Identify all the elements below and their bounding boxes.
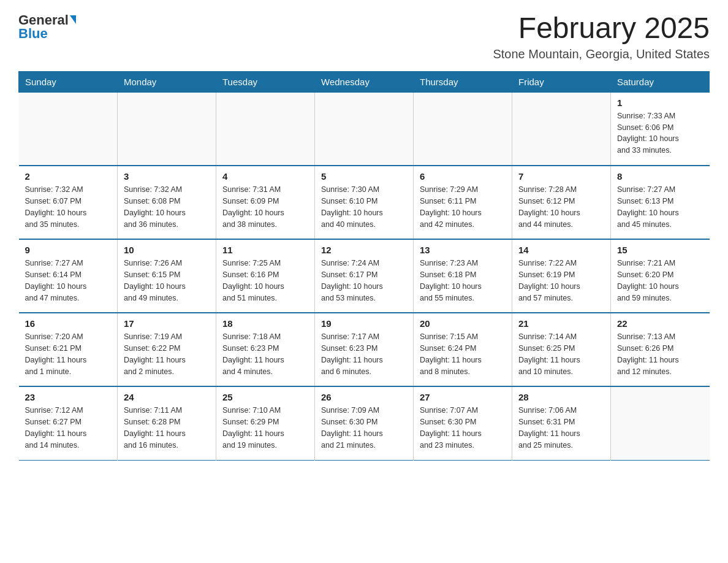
table-row bbox=[611, 386, 710, 460]
table-row: 14Sunrise: 7:22 AMSunset: 6:19 PMDayligh… bbox=[512, 239, 611, 313]
day-number: 27 bbox=[420, 392, 506, 402]
day-number: 13 bbox=[420, 245, 506, 255]
day-number: 7 bbox=[518, 171, 604, 182]
day-info: Sunrise: 7:26 AMSunset: 6:15 PMDaylight:… bbox=[124, 258, 210, 304]
table-row: 15Sunrise: 7:21 AMSunset: 6:20 PMDayligh… bbox=[611, 239, 710, 313]
col-friday: Friday bbox=[512, 71, 611, 92]
col-monday: Monday bbox=[118, 71, 216, 92]
table-row: 12Sunrise: 7:24 AMSunset: 6:17 PMDayligh… bbox=[315, 239, 414, 313]
table-row: 26Sunrise: 7:09 AMSunset: 6:30 PMDayligh… bbox=[315, 386, 414, 460]
day-number: 4 bbox=[222, 171, 308, 182]
table-row: 8Sunrise: 7:27 AMSunset: 6:13 PMDaylight… bbox=[611, 166, 710, 239]
day-number: 6 bbox=[420, 171, 506, 182]
month-year-title: February 2025 bbox=[493, 12, 710, 45]
table-row: 9Sunrise: 7:27 AMSunset: 6:14 PMDaylight… bbox=[19, 239, 118, 313]
table-row bbox=[216, 92, 315, 166]
day-info: Sunrise: 7:33 AMSunset: 6:06 PMDaylight:… bbox=[617, 110, 703, 156]
calendar-header-row: Sunday Monday Tuesday Wednesday Thursday… bbox=[19, 71, 710, 92]
day-number: 17 bbox=[124, 318, 210, 329]
day-number: 18 bbox=[222, 318, 308, 329]
table-row: 21Sunrise: 7:14 AMSunset: 6:25 PMDayligh… bbox=[512, 313, 611, 386]
col-tuesday: Tuesday bbox=[216, 71, 315, 92]
table-row: 10Sunrise: 7:26 AMSunset: 6:15 PMDayligh… bbox=[118, 239, 216, 313]
logo-blue-text: Blue bbox=[18, 26, 48, 42]
title-block: February 2025 Stone Mountain, Georgia, U… bbox=[493, 12, 710, 61]
day-number: 12 bbox=[321, 245, 407, 255]
day-info: Sunrise: 7:06 AMSunset: 6:31 PMDaylight:… bbox=[518, 405, 604, 451]
table-row: 16Sunrise: 7:20 AMSunset: 6:21 PMDayligh… bbox=[19, 313, 118, 386]
day-info: Sunrise: 7:20 AMSunset: 6:21 PMDaylight:… bbox=[25, 331, 112, 377]
day-number: 25 bbox=[222, 392, 308, 402]
table-row: 1Sunrise: 7:33 AMSunset: 6:06 PMDaylight… bbox=[611, 92, 710, 166]
day-number: 23 bbox=[25, 392, 112, 402]
calendar-week-row: 23Sunrise: 7:12 AMSunset: 6:27 PMDayligh… bbox=[19, 386, 710, 460]
table-row: 18Sunrise: 7:18 AMSunset: 6:23 PMDayligh… bbox=[216, 313, 315, 386]
table-row bbox=[315, 92, 414, 166]
day-number: 10 bbox=[124, 245, 210, 255]
day-number: 21 bbox=[518, 318, 604, 329]
calendar-week-row: 16Sunrise: 7:20 AMSunset: 6:21 PMDayligh… bbox=[19, 313, 710, 386]
day-info: Sunrise: 7:10 AMSunset: 6:29 PMDaylight:… bbox=[222, 405, 308, 451]
day-info: Sunrise: 7:15 AMSunset: 6:24 PMDaylight:… bbox=[420, 331, 506, 377]
day-info: Sunrise: 7:24 AMSunset: 6:17 PMDaylight:… bbox=[321, 258, 407, 304]
day-number: 22 bbox=[617, 318, 703, 329]
day-info: Sunrise: 7:12 AMSunset: 6:27 PMDaylight:… bbox=[25, 405, 112, 451]
table-row: 27Sunrise: 7:07 AMSunset: 6:30 PMDayligh… bbox=[414, 386, 512, 460]
table-row: 19Sunrise: 7:17 AMSunset: 6:23 PMDayligh… bbox=[315, 313, 414, 386]
day-info: Sunrise: 7:31 AMSunset: 6:09 PMDaylight:… bbox=[222, 184, 308, 230]
table-row: 5Sunrise: 7:30 AMSunset: 6:10 PMDaylight… bbox=[315, 166, 414, 239]
day-info: Sunrise: 7:28 AMSunset: 6:12 PMDaylight:… bbox=[518, 184, 604, 230]
col-wednesday: Wednesday bbox=[315, 71, 414, 92]
table-row: 25Sunrise: 7:10 AMSunset: 6:29 PMDayligh… bbox=[216, 386, 315, 460]
table-row: 13Sunrise: 7:23 AMSunset: 6:18 PMDayligh… bbox=[414, 239, 512, 313]
day-number: 26 bbox=[321, 392, 407, 402]
table-row: 4Sunrise: 7:31 AMSunset: 6:09 PMDaylight… bbox=[216, 166, 315, 239]
day-number: 1 bbox=[617, 98, 703, 108]
day-number: 9 bbox=[25, 245, 112, 255]
day-info: Sunrise: 7:14 AMSunset: 6:25 PMDaylight:… bbox=[518, 331, 604, 377]
table-row bbox=[19, 92, 118, 166]
calendar-week-row: 9Sunrise: 7:27 AMSunset: 6:14 PMDaylight… bbox=[19, 239, 710, 313]
table-row: 11Sunrise: 7:25 AMSunset: 6:16 PMDayligh… bbox=[216, 239, 315, 313]
day-number: 3 bbox=[124, 171, 210, 182]
day-info: Sunrise: 7:17 AMSunset: 6:23 PMDaylight:… bbox=[321, 331, 407, 377]
location-subtitle: Stone Mountain, Georgia, United States bbox=[493, 47, 710, 61]
page-header: General Blue February 2025 Stone Mountai… bbox=[18, 12, 710, 61]
col-sunday: Sunday bbox=[19, 71, 118, 92]
day-info: Sunrise: 7:23 AMSunset: 6:18 PMDaylight:… bbox=[420, 258, 506, 304]
table-row: 28Sunrise: 7:06 AMSunset: 6:31 PMDayligh… bbox=[512, 386, 611, 460]
day-info: Sunrise: 7:18 AMSunset: 6:23 PMDaylight:… bbox=[222, 331, 308, 377]
day-number: 8 bbox=[617, 171, 703, 182]
day-info: Sunrise: 7:27 AMSunset: 6:14 PMDaylight:… bbox=[25, 258, 112, 304]
table-row: 6Sunrise: 7:29 AMSunset: 6:11 PMDaylight… bbox=[414, 166, 512, 239]
day-info: Sunrise: 7:32 AMSunset: 6:07 PMDaylight:… bbox=[25, 184, 112, 230]
day-number: 2 bbox=[25, 171, 112, 182]
calendar-week-row: 1Sunrise: 7:33 AMSunset: 6:06 PMDaylight… bbox=[19, 92, 710, 166]
day-info: Sunrise: 7:22 AMSunset: 6:19 PMDaylight:… bbox=[518, 258, 604, 304]
day-info: Sunrise: 7:07 AMSunset: 6:30 PMDaylight:… bbox=[420, 405, 506, 451]
logo: General Blue bbox=[18, 12, 76, 42]
day-number: 15 bbox=[617, 245, 703, 255]
table-row: 3Sunrise: 7:32 AMSunset: 6:08 PMDaylight… bbox=[118, 166, 216, 239]
day-number: 24 bbox=[124, 392, 210, 402]
col-thursday: Thursday bbox=[414, 71, 512, 92]
day-info: Sunrise: 7:11 AMSunset: 6:28 PMDaylight:… bbox=[124, 405, 210, 451]
table-row: 7Sunrise: 7:28 AMSunset: 6:12 PMDaylight… bbox=[512, 166, 611, 239]
logo-arrow-icon bbox=[70, 15, 76, 24]
col-saturday: Saturday bbox=[611, 71, 710, 92]
day-number: 14 bbox=[518, 245, 604, 255]
day-info: Sunrise: 7:19 AMSunset: 6:22 PMDaylight:… bbox=[124, 331, 210, 377]
day-info: Sunrise: 7:25 AMSunset: 6:16 PMDaylight:… bbox=[222, 258, 308, 304]
calendar-week-row: 2Sunrise: 7:32 AMSunset: 6:07 PMDaylight… bbox=[19, 166, 710, 239]
day-info: Sunrise: 7:13 AMSunset: 6:26 PMDaylight:… bbox=[617, 331, 703, 377]
day-info: Sunrise: 7:32 AMSunset: 6:08 PMDaylight:… bbox=[124, 184, 210, 230]
table-row: 24Sunrise: 7:11 AMSunset: 6:28 PMDayligh… bbox=[118, 386, 216, 460]
table-row bbox=[414, 92, 512, 166]
day-number: 11 bbox=[222, 245, 308, 255]
day-number: 16 bbox=[25, 318, 112, 329]
calendar-table: Sunday Monday Tuesday Wednesday Thursday… bbox=[18, 71, 710, 461]
day-info: Sunrise: 7:09 AMSunset: 6:30 PMDaylight:… bbox=[321, 405, 407, 451]
day-info: Sunrise: 7:27 AMSunset: 6:13 PMDaylight:… bbox=[617, 184, 703, 230]
day-number: 28 bbox=[518, 392, 604, 402]
day-number: 5 bbox=[321, 171, 407, 182]
